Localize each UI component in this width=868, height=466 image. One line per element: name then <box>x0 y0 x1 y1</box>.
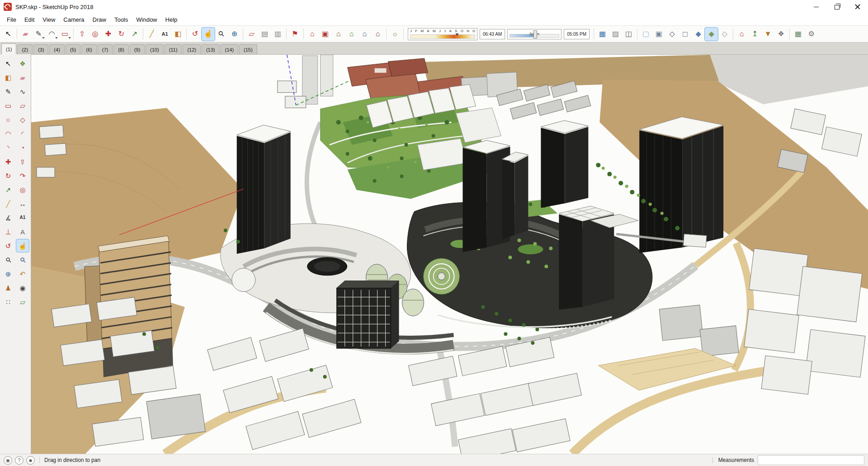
tool-rotate[interactable]: ↻ <box>2 169 14 182</box>
minimize-button[interactable] <box>806 0 826 14</box>
toolbar-pan-button[interactable]: ☝ <box>202 28 215 41</box>
tool-push-pull[interactable]: ⇧ <box>16 155 29 168</box>
tool-pie[interactable]: ◔ <box>16 141 29 154</box>
tool-paint-bucket[interactable]: ◧ <box>2 71 14 84</box>
tool-tape-measure[interactable]: ╱ <box>2 197 14 210</box>
shadow-date-marker[interactable] <box>455 33 459 38</box>
tool-pan[interactable]: ☝ <box>16 239 29 252</box>
tool-offset[interactable]: ◎ <box>16 183 29 196</box>
toolbar-display-section-cuts-button[interactable]: ▥ <box>271 28 284 41</box>
toolbar-model-info-button[interactable]: ◫ <box>622 28 635 41</box>
menu-camera[interactable]: Camera <box>59 14 88 25</box>
scene-tab-5[interactable]: (5) <box>66 44 80 54</box>
scene-tab-8[interactable]: (8) <box>113 44 128 54</box>
toolbar-rotate-button[interactable]: ↻ <box>115 28 128 41</box>
scene-tab-6[interactable]: (6) <box>81 44 96 54</box>
toolbar-shadows-toggle-button[interactable]: ☼ <box>388 28 401 41</box>
toolbar-preferences-button[interactable]: ⚙ <box>805 28 818 41</box>
scene-tab-7[interactable]: (7) <box>98 44 113 54</box>
toolbar-hidden-line-button[interactable]: ◻ <box>679 28 692 41</box>
toolbar-eraser-button[interactable]: ▰ <box>19 28 32 41</box>
toolbar-zoom-button[interactable]: ⚲ <box>215 28 228 41</box>
restore-button[interactable] <box>826 0 847 14</box>
shadow-time-end[interactable]: 05:05 PM <box>564 29 590 39</box>
viewport[interactable]: .wb{fill:#eeeeea;stroke:#6f6f6d;stroke-w… <box>31 54 868 454</box>
scene-tab-9[interactable]: (9) <box>130 44 145 54</box>
tool-scale[interactable]: ↗ <box>2 183 14 196</box>
tool-circle[interactable]: ○ <box>2 113 14 126</box>
scene-tab-14[interactable]: (14) <box>221 44 239 54</box>
tool-walk[interactable]: ∷ <box>2 295 14 308</box>
toolbar-push-pull-button[interactable]: ⇧ <box>75 28 89 41</box>
toolbar-share-model-button[interactable]: ↥ <box>748 28 761 41</box>
shadow-time-start[interactable]: 06:43 AM <box>480 29 505 39</box>
help-icon[interactable]: ? <box>15 456 24 465</box>
menu-draw[interactable]: Draw <box>89 14 110 25</box>
shadow-time-handle[interactable] <box>533 30 537 38</box>
toolbar-add-location-button[interactable]: ⚑ <box>288 28 302 41</box>
toolbar-tape-measure-button[interactable]: ╱ <box>145 28 158 41</box>
toolbar-select-button[interactable]: ↖ <box>2 28 15 41</box>
tool-arc[interactable]: ◠ <box>2 127 14 140</box>
tool-follow-me[interactable]: ↷ <box>16 169 29 182</box>
tool-freehand[interactable]: ∿ <box>16 85 29 98</box>
toolbar-generate-report-button[interactable]: ▦ <box>792 28 805 41</box>
toolbar-text-button[interactable]: A1 <box>158 28 171 41</box>
tool-protractor[interactable]: ∡ <box>2 211 14 224</box>
toolbar-view-front-button[interactable]: ⌂ <box>332 28 345 41</box>
menu-edit[interactable]: Edit <box>20 14 38 25</box>
scene-tab-10[interactable]: (10) <box>146 44 164 54</box>
toolbar-x-ray-button[interactable]: ▢ <box>639 28 652 41</box>
toolbar-wireframe-button[interactable]: ◇ <box>665 28 679 41</box>
menu-help[interactable]: Help <box>161 14 182 25</box>
tool-axes[interactable]: ⊥ <box>2 225 14 238</box>
scene-tab-3[interactable]: (3) <box>33 44 48 54</box>
toolbar-extension-manager-button[interactable]: ❖ <box>774 28 788 41</box>
tool-look-around[interactable]: ◉ <box>16 281 29 294</box>
toolbar-photo-textures-button[interactable]: ▨ <box>609 28 622 41</box>
measurements-input[interactable] <box>758 455 864 465</box>
tool-zoom-window[interactable]: ⚲ <box>16 253 29 266</box>
tool-eraser[interactable]: ▰ <box>16 71 29 84</box>
tool-position-camera[interactable]: ♟ <box>2 281 14 294</box>
toolbar-move-button[interactable]: ✚ <box>102 28 115 41</box>
toolbar-monochrome-button[interactable]: ◇ <box>718 28 731 41</box>
tool-orbit[interactable]: ↺ <box>2 239 14 252</box>
tool-zoom-extents[interactable]: ⊕ <box>2 267 14 280</box>
tool-previous[interactable]: ↶ <box>16 267 29 280</box>
toolbar-shapes-button[interactable]: ▭ <box>58 28 71 41</box>
tool-zoom[interactable]: ⚲ <box>2 253 14 266</box>
scene-tab-2[interactable]: (2) <box>17 44 32 54</box>
toolbar-arcs-button[interactable]: ◠ <box>45 28 58 41</box>
toolbar-shaded-button[interactable]: ◆ <box>692 28 705 41</box>
tool-move[interactable]: ✚ <box>2 155 14 168</box>
toolbar-lines-button[interactable]: ✎ <box>32 28 45 41</box>
sign-in-icon[interactable]: ☻ <box>26 456 35 465</box>
tool-three-point-arc[interactable]: ◝ <box>2 141 14 154</box>
tool-rectangle[interactable]: ▭ <box>2 99 14 112</box>
toolbar-paint-bucket-button[interactable]: ◧ <box>171 28 184 41</box>
tool-line[interactable]: ✎ <box>2 85 14 98</box>
tool-section-plane-tool[interactable]: ▱ <box>16 295 29 308</box>
tool-dimension[interactable]: ↔ <box>16 197 29 210</box>
menu-file[interactable]: File <box>3 14 20 25</box>
tool-polygon[interactable]: ◇ <box>16 113 29 126</box>
scene-tab-13[interactable]: (13) <box>202 44 220 54</box>
toolbar-offset-button[interactable]: ◎ <box>89 28 102 41</box>
tool-make-component[interactable]: ❖ <box>16 57 29 70</box>
menu-tools[interactable]: Tools <box>110 14 132 25</box>
toolbar-view-iso-button[interactable]: ⌂ <box>306 28 319 41</box>
tool-select[interactable]: ↖ <box>2 57 14 70</box>
scene-tab-1[interactable]: (1) <box>1 43 16 54</box>
toolbar-extension-warehouse-button[interactable]: ▼ <box>761 28 774 41</box>
toolbar-view-top-button[interactable]: ▣ <box>319 28 332 41</box>
shadow-date-slider[interactable]: JFMAMJJASOND <box>408 28 477 40</box>
tool-three-d-text[interactable]: A <box>16 225 29 238</box>
scene-tab-15[interactable]: (15) <box>239 44 257 54</box>
toolbar-orbit-button[interactable]: ↺ <box>189 28 202 41</box>
tool-rotated-rectangle[interactable]: ▱ <box>16 99 29 112</box>
geolocation-icon[interactable]: ◉ <box>4 456 12 465</box>
tool-text[interactable]: A1 <box>16 211 29 224</box>
scene-tab-11[interactable]: (11) <box>165 44 182 54</box>
toolbar-back-edges-button[interactable]: ▣ <box>652 28 665 41</box>
